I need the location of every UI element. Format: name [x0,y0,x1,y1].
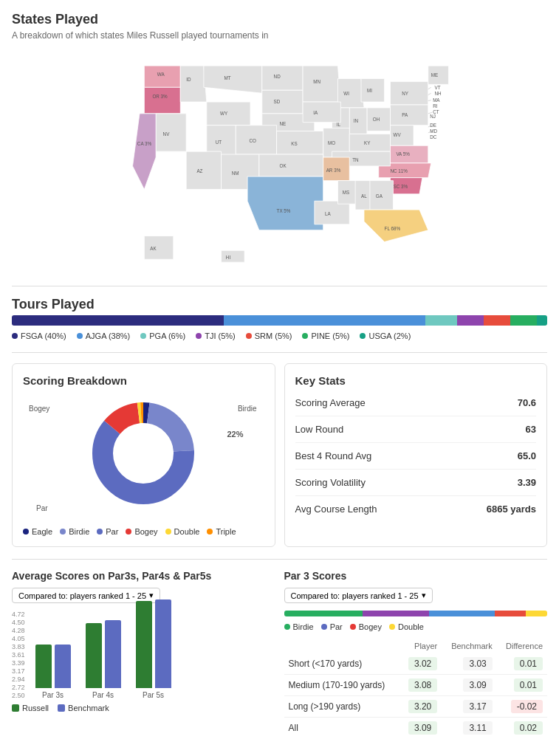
svg-line-95 [428,100,431,101]
bogey-label: Bogey [29,405,49,413]
svg-text:CO: CO [249,138,256,143]
svg-text:PA: PA [402,112,408,117]
svg-text:MI: MI [367,88,372,93]
svg-text:ME: ME [431,72,438,78]
scoring-breakdown-title: Scoring Breakdown [23,374,264,387]
svg-text:GA: GA [376,193,383,199]
svg-text:NC 11%: NC 11% [391,168,408,173]
svg-marker-73 [259,154,323,176]
svg-text:SD: SD [274,99,281,104]
svg-marker-79 [315,201,349,224]
svg-text:CA 3%: CA 3% [137,141,152,146]
bogey-pct: 12% [61,433,78,441]
avg-scores-title: Average Scores on Par3s, Par4s & Par5s [12,570,275,582]
svg-marker-51 [277,131,323,155]
svg-text:OK: OK [280,163,287,168]
svg-text:DC: DC [430,134,437,140]
svg-text:FL 68%: FL 68% [385,226,401,231]
key-stats-title: Key Stats [295,374,537,387]
svg-line-93 [428,87,431,89]
svg-text:KS: KS [291,141,297,146]
key-stats-card: Key Stats Scoring Average70.6Low Round63… [284,363,548,547]
svg-text:IN: IN [354,118,359,123]
par3-scores-dropdown[interactable]: Compared to: players ranked 1 - 25 ▾ [284,588,433,603]
svg-marker-91 [222,250,245,262]
par3-table-row: Medium (170-190 yards) 3.08 3.09 0.01 [284,675,548,696]
svg-marker-89 [144,236,173,260]
svg-marker-31 [391,105,428,126]
svg-text:MO: MO [328,140,335,145]
svg-text:UT: UT [216,140,222,145]
svg-text:MD: MD [430,128,437,134]
svg-text:AR 3%: AR 3% [326,168,341,173]
par3-legend: BirdieParBogeyDouble [284,622,548,631]
svg-marker-22 [391,81,428,105]
svg-text:NV: NV [163,131,171,137]
bottom-row: Average Scores on Par3s, Par4s & Par5s C… [12,570,547,738]
states-played-section: States Played A breakdown of which state… [12,12,547,738]
svg-text:IA: IA [313,110,318,115]
svg-text:NY: NY [402,91,409,96]
scoring-legend: EagleBirdieParBogeyDoubleTriple [23,527,264,536]
svg-text:VA 5%: VA 5% [396,151,410,157]
avg-scores-section: Average Scores on Par3s, Par4s & Par5s C… [12,570,275,738]
svg-text:TX 5%: TX 5% [277,208,291,213]
svg-marker-16 [303,66,340,102]
svg-text:OH: OH [373,117,380,122]
svg-marker-49 [236,126,276,154]
scoring-keystats-row: Scoring Breakdown [12,363,547,547]
scoring-breakdown-card: Scoring Breakdown [12,363,275,547]
svg-text:NJ: NJ [430,114,436,119]
svg-marker-12 [207,102,250,126]
svg-text:NE: NE [280,121,287,126]
svg-text:HI: HI [226,255,231,260]
y-axis: 4.724.504.284.053.833.613.393.172.942.72… [12,611,25,699]
svg-marker-67 [133,114,157,190]
svg-text:DE: DE [430,123,436,128]
svg-text:WY: WY [220,111,228,116]
svg-text:SC 3%: SC 3% [393,184,408,189]
svg-text:WI: WI [343,91,349,96]
svg-marker-45 [156,114,186,151]
svg-marker-75 [247,176,323,230]
par3-table-row: Long (>190 yards) 3.20 3.17 -0.02 [284,696,548,718]
svg-text:OR 3%: OR 3% [152,94,168,99]
svg-text:TN: TN [352,157,359,162]
svg-text:MN: MN [313,79,320,84]
bar-legend: RussellBenchmark [12,704,275,712]
birdie-label: Birdie [238,405,257,413]
par3-scores-title: Par 3 Scores [284,570,548,582]
svg-text:ND: ND [274,74,281,79]
svg-marker-6 [204,66,262,93]
svg-text:AL: AL [361,193,367,199]
svg-point-105 [114,424,173,483]
bar-chart: Par 3s Par 4s Par 5s [28,611,275,699]
us-map: WA OR 3% ID MT ND SD WY [12,49,547,271]
svg-text:VT: VT [435,85,441,90]
par3-table-row: Short (<170 yards) 3.02 3.03 0.01 [284,653,548,675]
svg-text:MT: MT [224,75,231,80]
svg-marker-18 [337,78,364,107]
svg-text:NH: NH [435,91,442,96]
svg-marker-69 [186,151,221,189]
par-pct: 62% [64,480,80,489]
svg-text:IL: IL [337,122,341,127]
svg-text:KY: KY [364,140,371,145]
donut-chart: Birdie Bogey Par 22% 12% 62% [23,394,264,520]
svg-line-94 [428,93,431,94]
tours-played-section: Tours Played FSGA (40%)AJGA (38%)PGA (6%… [12,297,547,340]
par3-table: PlayerBenchmarkDifference Short (<170 ya… [284,639,548,738]
svg-text:MS: MS [343,190,349,195]
bar-chart-wrapper: 4.724.504.284.053.833.613.393.172.942.72… [12,611,275,699]
svg-marker-10 [262,90,303,114]
birdie-pct: 22% [227,430,243,439]
par3-scores-section: Par 3 Scores Compared to: players ranked… [284,570,548,738]
svg-text:MA: MA [433,97,440,103]
svg-marker-39 [349,108,367,134]
tours-played-title: Tours Played [12,297,547,312]
svg-text:LA: LA [325,211,332,216]
svg-marker-4 [180,66,207,102]
states-played-subtitle: A breakdown of which states Miles Russel… [12,30,547,41]
tours-bar [12,315,547,326]
svg-text:WV: WV [393,132,401,137]
